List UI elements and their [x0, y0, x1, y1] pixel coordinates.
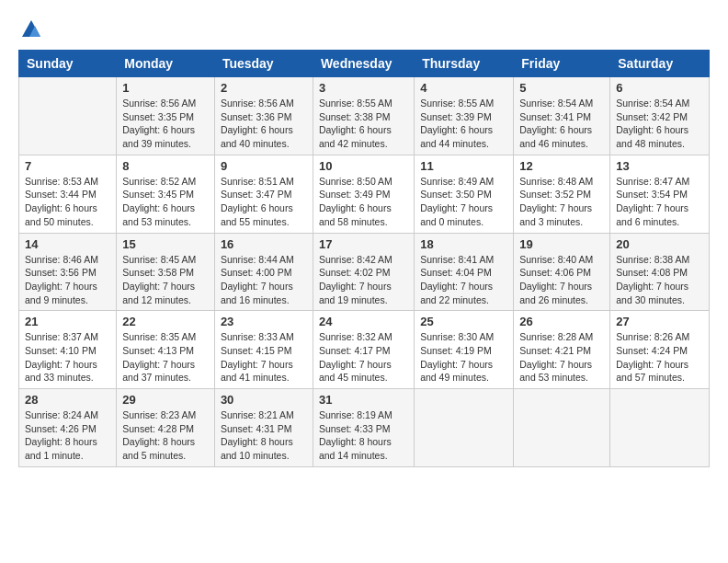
calendar-cell: 27Sunrise: 8:26 AMSunset: 4:24 PMDayligh… — [610, 311, 710, 389]
day-info: Sunrise: 8:40 AMSunset: 4:06 PMDaylight:… — [519, 253, 604, 307]
calendar-table: SundayMondayTuesdayWednesdayThursdayFrid… — [18, 50, 710, 467]
day-info: Sunrise: 8:35 AMSunset: 4:13 PMDaylight:… — [122, 330, 209, 385]
day-info: Sunrise: 8:23 AMSunset: 4:28 PMDaylight:… — [122, 408, 209, 463]
day-number: 6 — [616, 81, 703, 95]
day-info: Sunrise: 8:32 AMSunset: 4:17 PMDaylight:… — [319, 330, 408, 385]
day-info: Sunrise: 8:46 AMSunset: 3:56 PMDaylight:… — [25, 253, 110, 307]
calendar-cell: 13Sunrise: 8:47 AMSunset: 3:54 PMDayligh… — [610, 155, 710, 233]
day-number: 7 — [25, 159, 110, 173]
calendar-cell: 17Sunrise: 8:42 AMSunset: 4:02 PMDayligh… — [313, 233, 414, 311]
day-info: Sunrise: 8:33 AMSunset: 4:15 PMDaylight:… — [221, 330, 307, 385]
day-number: 14 — [25, 237, 110, 251]
day-info: Sunrise: 8:19 AMSunset: 4:33 PMDaylight:… — [319, 408, 408, 463]
day-number: 20 — [616, 237, 703, 251]
day-info: Sunrise: 8:24 AMSunset: 4:26 PMDaylight:… — [25, 408, 110, 463]
calendar-cell: 5Sunrise: 8:54 AMSunset: 3:41 PMDaylight… — [514, 77, 610, 155]
day-number: 17 — [319, 237, 408, 251]
day-number: 8 — [122, 159, 209, 173]
day-info: Sunrise: 8:51 AMSunset: 3:47 PMDaylight:… — [221, 175, 307, 229]
calendar-cell: 20Sunrise: 8:38 AMSunset: 4:08 PMDayligh… — [610, 233, 710, 311]
day-info: Sunrise: 8:49 AMSunset: 3:50 PMDaylight:… — [420, 175, 507, 229]
day-info: Sunrise: 8:47 AMSunset: 3:54 PMDaylight:… — [616, 175, 703, 229]
day-info: Sunrise: 8:41 AMSunset: 4:04 PMDaylight:… — [420, 253, 507, 307]
day-number: 28 — [25, 393, 110, 407]
calendar-cell: 24Sunrise: 8:32 AMSunset: 4:17 PMDayligh… — [313, 311, 414, 389]
calendar-week-row: 7Sunrise: 8:53 AMSunset: 3:44 PMDaylight… — [19, 155, 710, 233]
calendar-week-row: 28Sunrise: 8:24 AMSunset: 4:26 PMDayligh… — [19, 389, 710, 467]
calendar-cell: 10Sunrise: 8:50 AMSunset: 3:49 PMDayligh… — [313, 155, 414, 233]
day-info: Sunrise: 8:42 AMSunset: 4:02 PMDaylight:… — [319, 253, 408, 307]
calendar-week-row: 1Sunrise: 8:56 AMSunset: 3:35 PMDaylight… — [19, 77, 710, 155]
day-number: 9 — [221, 159, 307, 173]
day-info: Sunrise: 8:45 AMSunset: 3:58 PMDaylight:… — [122, 253, 209, 307]
calendar-cell: 16Sunrise: 8:44 AMSunset: 4:00 PMDayligh… — [214, 233, 313, 311]
calendar-cell — [19, 77, 117, 155]
calendar-cell: 14Sunrise: 8:46 AMSunset: 3:56 PMDayligh… — [19, 233, 117, 311]
day-info: Sunrise: 8:52 AMSunset: 3:45 PMDaylight:… — [122, 175, 209, 229]
day-number: 27 — [616, 315, 703, 328]
day-info: Sunrise: 8:38 AMSunset: 4:08 PMDaylight:… — [616, 253, 703, 307]
day-of-week-header: Friday — [514, 51, 610, 77]
day-info: Sunrise: 8:44 AMSunset: 4:00 PMDaylight:… — [221, 253, 307, 307]
calendar-cell: 15Sunrise: 8:45 AMSunset: 3:58 PMDayligh… — [117, 233, 215, 311]
day-info: Sunrise: 8:37 AMSunset: 4:10 PMDaylight:… — [25, 330, 110, 385]
calendar-cell: 26Sunrise: 8:28 AMSunset: 4:21 PMDayligh… — [514, 311, 610, 389]
page-header — [18, 18, 710, 40]
day-of-week-header: Sunday — [19, 51, 117, 77]
logo — [18, 18, 44, 40]
calendar-cell: 8Sunrise: 8:52 AMSunset: 3:45 PMDaylight… — [117, 155, 215, 233]
day-number: 10 — [319, 159, 408, 173]
calendar-week-row: 21Sunrise: 8:37 AMSunset: 4:10 PMDayligh… — [19, 311, 710, 389]
calendar-cell: 28Sunrise: 8:24 AMSunset: 4:26 PMDayligh… — [19, 389, 117, 467]
calendar-cell: 30Sunrise: 8:21 AMSunset: 4:31 PMDayligh… — [214, 389, 313, 467]
calendar-cell — [514, 389, 610, 467]
calendar-cell: 25Sunrise: 8:30 AMSunset: 4:19 PMDayligh… — [415, 311, 514, 389]
calendar-cell: 3Sunrise: 8:55 AMSunset: 3:38 PMDaylight… — [313, 77, 414, 155]
day-info: Sunrise: 8:48 AMSunset: 3:52 PMDaylight:… — [519, 175, 604, 229]
day-info: Sunrise: 8:56 AMSunset: 3:36 PMDaylight:… — [221, 97, 307, 151]
calendar-header-row: SundayMondayTuesdayWednesdayThursdayFrid… — [19, 51, 710, 77]
day-of-week-header: Tuesday — [214, 51, 313, 77]
calendar-cell — [415, 389, 514, 467]
day-info: Sunrise: 8:50 AMSunset: 3:49 PMDaylight:… — [319, 175, 408, 229]
calendar-cell: 18Sunrise: 8:41 AMSunset: 4:04 PMDayligh… — [415, 233, 514, 311]
day-number: 24 — [319, 315, 408, 328]
day-number: 4 — [420, 81, 507, 95]
day-info: Sunrise: 8:26 AMSunset: 4:24 PMDaylight:… — [616, 330, 703, 385]
day-number: 30 — [221, 393, 307, 407]
calendar-cell: 31Sunrise: 8:19 AMSunset: 4:33 PMDayligh… — [313, 389, 414, 467]
day-info: Sunrise: 8:30 AMSunset: 4:19 PMDaylight:… — [420, 330, 507, 385]
day-number: 23 — [221, 315, 307, 328]
day-number: 12 — [519, 159, 604, 173]
day-info: Sunrise: 8:55 AMSunset: 3:39 PMDaylight:… — [420, 97, 507, 151]
calendar-cell — [610, 389, 710, 467]
day-of-week-header: Thursday — [415, 51, 514, 77]
day-info: Sunrise: 8:54 AMSunset: 3:42 PMDaylight:… — [616, 97, 703, 151]
day-number: 15 — [122, 237, 209, 251]
day-number: 19 — [519, 237, 604, 251]
day-number: 18 — [420, 237, 507, 251]
day-number: 16 — [221, 237, 307, 251]
day-number: 25 — [420, 315, 507, 328]
day-number: 2 — [221, 81, 307, 95]
day-number: 3 — [319, 81, 408, 95]
calendar-cell: 7Sunrise: 8:53 AMSunset: 3:44 PMDaylight… — [19, 155, 117, 233]
day-number: 13 — [616, 159, 703, 173]
calendar-cell: 29Sunrise: 8:23 AMSunset: 4:28 PMDayligh… — [117, 389, 215, 467]
day-of-week-header: Monday — [117, 51, 215, 77]
calendar-cell: 23Sunrise: 8:33 AMSunset: 4:15 PMDayligh… — [214, 311, 313, 389]
day-number: 21 — [25, 315, 110, 328]
day-number: 5 — [519, 81, 604, 95]
calendar-cell: 12Sunrise: 8:48 AMSunset: 3:52 PMDayligh… — [514, 155, 610, 233]
calendar-cell: 1Sunrise: 8:56 AMSunset: 3:35 PMDaylight… — [117, 77, 215, 155]
day-info: Sunrise: 8:21 AMSunset: 4:31 PMDaylight:… — [221, 408, 307, 463]
day-of-week-header: Wednesday — [313, 51, 414, 77]
day-number: 26 — [519, 315, 604, 328]
day-number: 11 — [420, 159, 507, 173]
day-of-week-header: Saturday — [610, 51, 710, 77]
calendar-cell: 19Sunrise: 8:40 AMSunset: 4:06 PMDayligh… — [514, 233, 610, 311]
day-info: Sunrise: 8:53 AMSunset: 3:44 PMDaylight:… — [25, 175, 110, 229]
logo-icon — [20, 18, 42, 40]
day-number: 31 — [319, 393, 408, 407]
day-info: Sunrise: 8:54 AMSunset: 3:41 PMDaylight:… — [519, 97, 604, 151]
